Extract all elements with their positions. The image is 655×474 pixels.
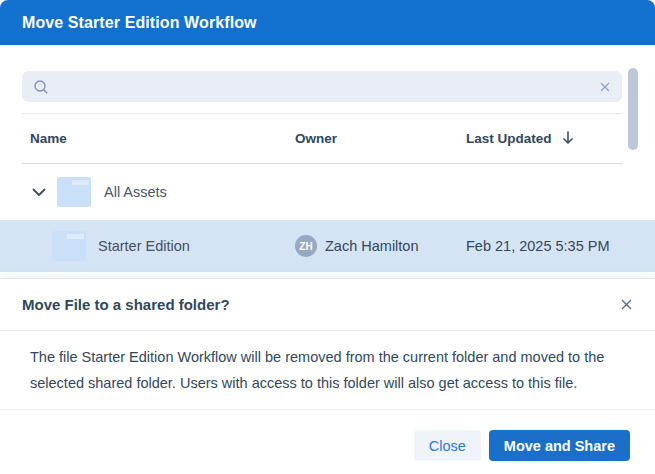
folder-row-label: All Assets (104, 184, 167, 200)
search-input[interactable] (57, 71, 599, 102)
close-icon[interactable] (620, 298, 633, 311)
avatar: ZH (295, 235, 317, 257)
confirmation-title: Move File to a shared folder? (22, 296, 230, 313)
search-icon (33, 79, 49, 95)
confirmation-body: The file Starter Edition Workflow will b… (0, 331, 655, 409)
name-cell: Starter Edition (22, 231, 295, 261)
clear-search-icon[interactable] (599, 81, 611, 93)
confirmation-panel: Move File to a shared folder? The file S… (0, 278, 655, 474)
column-header-owner[interactable]: Owner (295, 131, 466, 146)
confirmation-footer: Close Move and Share (0, 410, 655, 461)
folder-icon (52, 231, 86, 261)
folder-row-all-assets[interactable]: All Assets (0, 164, 655, 220)
confirmation-header: Move File to a shared folder? (0, 279, 655, 330)
last-updated-value: Feb 21, 2025 5:35 PM (466, 238, 622, 254)
column-header-name[interactable]: Name (22, 131, 295, 146)
table-header: Name Owner Last Updated (0, 114, 655, 163)
move-and-share-button[interactable]: Move and Share (489, 430, 630, 461)
folder-row-starter-edition[interactable]: Starter Edition ZH Zach Hamilton Feb 21,… (0, 220, 655, 272)
confirmation-message: The file Starter Edition Workflow will b… (30, 344, 610, 396)
owner-name: Zach Hamilton (325, 238, 418, 254)
scrollbar[interactable] (628, 68, 638, 150)
dialog-header: Move Starter Edition Workflow (0, 0, 655, 45)
folder-icon (57, 177, 91, 207)
close-button[interactable]: Close (414, 430, 481, 461)
owner-cell: ZH Zach Hamilton (295, 235, 466, 257)
sort-desc-icon[interactable] (561, 130, 575, 148)
move-workflow-dialog: Move Starter Edition Workflow Name Owner… (0, 0, 655, 474)
dialog-title: Move Starter Edition Workflow (22, 14, 257, 32)
chevron-down-icon[interactable] (32, 188, 46, 197)
column-header-last-updated[interactable]: Last Updated (466, 130, 622, 148)
folder-row-label: Starter Edition (98, 238, 190, 254)
search-bar[interactable] (22, 71, 622, 102)
